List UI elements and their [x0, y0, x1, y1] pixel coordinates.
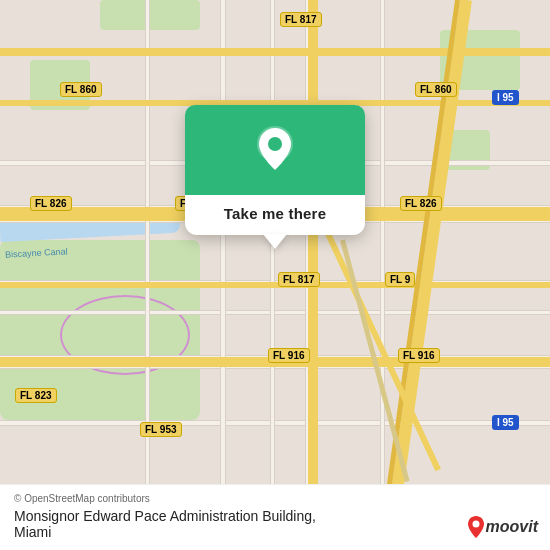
svg-point-1	[268, 137, 282, 151]
bottom-bar: © OpenStreetMap contributors Monsignor E…	[0, 484, 550, 550]
label-fl826-right: FL 826	[400, 196, 442, 211]
label-fl916-right: FL 916	[398, 348, 440, 363]
label-fl916-left: FL 916	[268, 348, 310, 363]
road-v5	[145, 0, 150, 550]
road-v2	[270, 0, 275, 550]
popup-text-area: Take me there	[185, 195, 365, 235]
location-name: Monsignor Edward Pace Administration Bui…	[14, 508, 316, 524]
popup-card: Take me there	[185, 105, 365, 235]
copyright-text: © OpenStreetMap contributors	[14, 493, 536, 504]
location-city: Miami	[14, 524, 316, 540]
road-h8	[0, 420, 550, 426]
hwy-h4	[0, 282, 550, 288]
label-i95-bot: I 95	[492, 415, 519, 430]
hwy-h1	[0, 48, 550, 56]
label-fl953: FL 953	[140, 422, 182, 437]
location-pin-icon	[253, 124, 297, 176]
label-fl860-right: FL 860	[415, 82, 457, 97]
label-fl817-mid: FL 817	[278, 272, 320, 287]
popup-green-header	[185, 105, 365, 195]
label-fl817-top: FL 817	[280, 12, 322, 27]
green-area-top	[100, 0, 200, 30]
moovit-logo: moovit	[468, 516, 538, 538]
popup-pointer	[263, 234, 287, 249]
road-v1	[220, 0, 226, 550]
moovit-text: moovit	[486, 518, 538, 536]
label-fl823: FL 823	[15, 388, 57, 403]
moovit-pin-icon	[468, 516, 484, 538]
label-fl826-left: FL 826	[30, 196, 72, 211]
label-i95-top: I 95	[492, 90, 519, 105]
map-container: FL 817 FL 860 FL 860 FL 826 FL FL 826 FL…	[0, 0, 550, 550]
label-fl860-left: FL 860	[60, 82, 102, 97]
road-h6	[0, 310, 550, 315]
label-fl9: FL 9	[385, 272, 415, 287]
svg-point-2	[472, 521, 479, 528]
take-me-there-label[interactable]: Take me there	[224, 205, 326, 222]
